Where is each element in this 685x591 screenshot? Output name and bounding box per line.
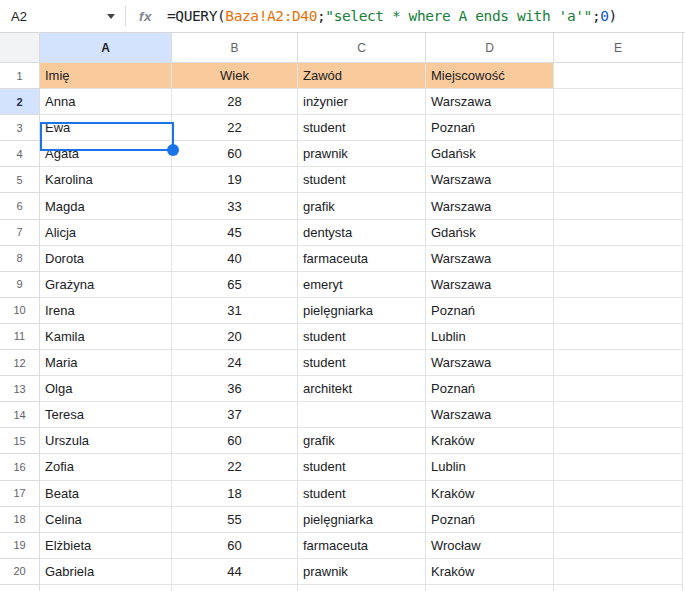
cell-age[interactable]: 36 — [172, 376, 298, 402]
cell-age[interactable]: 22 — [172, 454, 298, 480]
row-header[interactable]: 10 — [0, 298, 40, 324]
cell-name[interactable]: Urszula — [40, 428, 172, 454]
column-header-a[interactable]: A — [40, 33, 172, 63]
chevron-down-icon[interactable] — [107, 14, 115, 19]
row-header[interactable]: 15 — [0, 428, 40, 454]
cell-job[interactable]: prawnik — [298, 141, 426, 167]
cell-city[interactable]: Wrocław — [426, 533, 554, 559]
row-header[interactable]: 19 — [0, 533, 40, 559]
cell-city[interactable]: Poznań — [426, 298, 554, 324]
cell-job[interactable]: dentysta — [298, 220, 426, 246]
cell-job[interactable]: student — [298, 115, 426, 141]
column-header-b[interactable]: B — [172, 33, 298, 63]
row-header[interactable]: 18 — [0, 507, 40, 533]
cell-city[interactable]: Gdańsk — [426, 220, 554, 246]
cell-d1[interactable]: Miejscowość — [426, 63, 554, 89]
cell-empty[interactable] — [554, 402, 683, 428]
cell-empty[interactable] — [554, 89, 683, 115]
cell-empty[interactable] — [554, 193, 683, 219]
cell-age[interactable]: 22 — [172, 115, 298, 141]
row-header[interactable]: 16 — [0, 454, 40, 480]
cell-city[interactable]: Gdańsk — [426, 141, 554, 167]
cell-empty[interactable] — [554, 167, 683, 193]
cell-job[interactable]: farmaceuta — [298, 246, 426, 272]
cell-city[interactable]: Poznań — [426, 115, 554, 141]
cell-age[interactable] — [172, 585, 298, 591]
cell-city[interactable]: Warszawa — [426, 402, 554, 428]
row-header[interactable]: 20 — [0, 559, 40, 585]
cell-name[interactable]: Grażyna — [40, 272, 172, 298]
cell-job[interactable] — [298, 585, 426, 591]
cell-empty[interactable] — [554, 115, 683, 141]
cell-job[interactable]: inżynier — [298, 89, 426, 115]
cell-name[interactable]: Olga — [40, 376, 172, 402]
row-header[interactable]: 6 — [0, 193, 40, 219]
row-header[interactable]: 1 — [0, 63, 40, 89]
cell-name[interactable]: Alicja — [40, 220, 172, 246]
cell-city[interactable]: Warszawa — [426, 350, 554, 376]
cell-job[interactable]: student — [298, 167, 426, 193]
row-header[interactable]: 17 — [0, 481, 40, 507]
cell-name[interactable]: Agata — [40, 141, 172, 167]
cell-empty[interactable] — [554, 533, 683, 559]
cell-empty[interactable] — [554, 585, 683, 591]
row-header[interactable] — [0, 585, 40, 591]
cell-a1[interactable]: Imię — [40, 63, 172, 89]
cell-empty[interactable] — [554, 298, 683, 324]
cell-name[interactable]: Irena — [40, 298, 172, 324]
cell-age[interactable]: 37 — [172, 402, 298, 428]
cell-empty[interactable] — [554, 246, 683, 272]
cell-age[interactable]: 65 — [172, 272, 298, 298]
cell-name[interactable]: Dorota — [40, 246, 172, 272]
row-header[interactable]: 2 — [0, 89, 40, 115]
cell-name[interactable]: Magda — [40, 193, 172, 219]
row-header[interactable]: 5 — [0, 167, 40, 193]
cell-name[interactable]: Celina — [40, 507, 172, 533]
row-header[interactable]: 14 — [0, 402, 40, 428]
cell-job[interactable] — [298, 402, 426, 428]
cell-city[interactable]: Warszawa — [426, 167, 554, 193]
row-header[interactable]: 12 — [0, 350, 40, 376]
cell-name[interactable]: Teresa — [40, 402, 172, 428]
row-header[interactable]: 11 — [0, 324, 40, 350]
column-header-c[interactable]: C — [298, 33, 426, 63]
cell-job[interactable]: student — [298, 481, 426, 507]
cell-name[interactable]: Ewa — [40, 115, 172, 141]
cell-city[interactable]: Warszawa — [426, 246, 554, 272]
row-header[interactable]: 3 — [0, 115, 40, 141]
cell-city[interactable]: Lublin — [426, 324, 554, 350]
cell-empty[interactable] — [554, 324, 683, 350]
row-header[interactable]: 9 — [0, 272, 40, 298]
cell-age[interactable]: 31 — [172, 298, 298, 324]
cell-job[interactable]: grafik — [298, 428, 426, 454]
cell-job[interactable]: farmaceuta — [298, 533, 426, 559]
cell-job[interactable]: student — [298, 454, 426, 480]
cell-age[interactable]: 19 — [172, 167, 298, 193]
cell-empty[interactable] — [554, 376, 683, 402]
cell-age[interactable]: 20 — [172, 324, 298, 350]
cell-empty[interactable] — [554, 481, 683, 507]
cell-empty[interactable] — [554, 220, 683, 246]
name-box[interactable]: A2 — [0, 0, 125, 32]
cell-city[interactable]: Warszawa — [426, 193, 554, 219]
cell-c1[interactable]: Zawód — [298, 63, 426, 89]
cell-job[interactable]: emeryt — [298, 272, 426, 298]
cell-empty[interactable] — [554, 507, 683, 533]
cell-e1[interactable] — [554, 63, 683, 89]
cell-empty[interactable] — [554, 559, 683, 585]
cell-age[interactable]: 40 — [172, 246, 298, 272]
formula-input[interactable]: =QUERY(Baza!A2:D40;"select * where A end… — [167, 8, 617, 24]
cell-name[interactable]: Anna — [40, 89, 172, 115]
column-header-d[interactable]: D — [426, 33, 554, 63]
cell-empty[interactable] — [554, 428, 683, 454]
column-header-e[interactable]: E — [554, 33, 683, 63]
cell-city[interactable]: Warszawa — [426, 89, 554, 115]
cell-city[interactable]: Kraków — [426, 481, 554, 507]
row-header[interactable]: 13 — [0, 376, 40, 402]
cell-job[interactable]: prawnik — [298, 559, 426, 585]
cell-city[interactable]: Poznań — [426, 376, 554, 402]
cell-city[interactable]: Lublin — [426, 454, 554, 480]
cell-name[interactable]: Karolina — [40, 167, 172, 193]
cell-job[interactable]: architekt — [298, 376, 426, 402]
cell-age[interactable]: 55 — [172, 507, 298, 533]
